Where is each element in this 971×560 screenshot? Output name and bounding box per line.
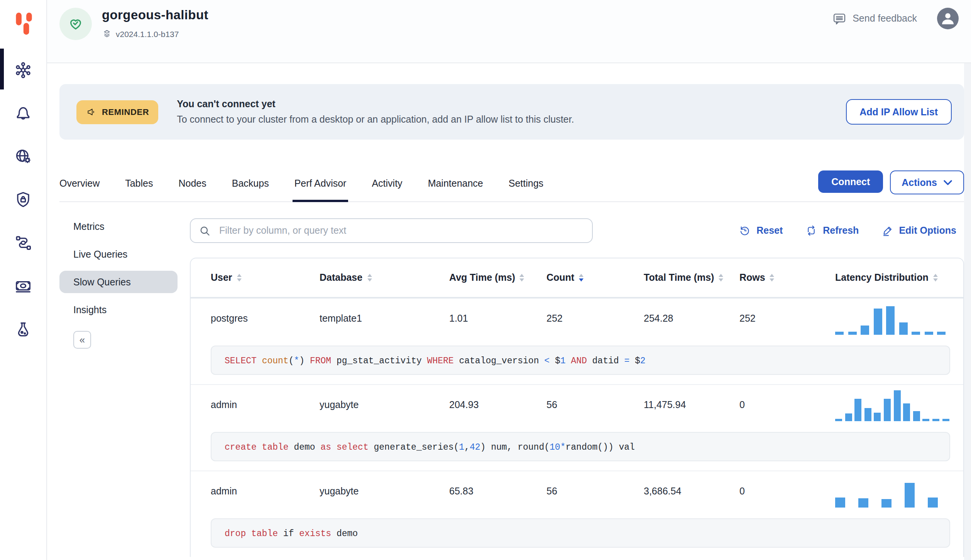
bell-icon — [13, 103, 33, 123]
subnav-item-insights[interactable]: Insights — [59, 299, 178, 321]
column-header-rows[interactable]: Rows — [739, 272, 835, 283]
cell-total-time: 3,686.54 — [644, 486, 739, 497]
feedback-bubble-icon — [832, 12, 846, 25]
sort-icon — [719, 274, 723, 282]
reset-history-icon — [739, 224, 751, 237]
column-header-user[interactable]: User — [211, 272, 320, 283]
connect-button[interactable]: Connect — [818, 170, 883, 193]
column-header-avg-time[interactable]: Avg Time (ms) — [449, 272, 546, 283]
tab-maintenance[interactable]: Maintenance — [428, 178, 483, 201]
subnav-item-slow-queries[interactable]: Slow Queries — [59, 271, 178, 293]
table-row[interactable]: postgres template1 1.01 252 254.28 252 — [191, 299, 963, 339]
person-icon — [937, 8, 959, 29]
cell-user: postgres — [211, 313, 320, 324]
sidebar-item-alerts[interactable] — [12, 102, 35, 125]
flask-icon — [13, 319, 33, 339]
flow-icon — [13, 233, 33, 253]
latency-histogram — [835, 302, 952, 335]
column-header-count[interactable]: Count — [546, 272, 644, 283]
app-window: gorgeous-halibut v2024.1.1.0-b137 — [0, 0, 971, 560]
actions-button[interactable]: Actions — [890, 170, 964, 194]
filter-input[interactable] — [218, 224, 592, 237]
sidebar-item-clusters[interactable] — [12, 59, 35, 82]
sidebar-item-labs[interactable] — [12, 318, 35, 341]
cell-rows: 0 — [739, 486, 835, 497]
banknote-icon — [13, 276, 33, 296]
tab-nodes[interactable]: Nodes — [178, 178, 206, 201]
sidebar-item-billing[interactable] — [12, 275, 35, 298]
tab-settings[interactable]: Settings — [509, 178, 543, 201]
cell-database: yugabyte — [320, 400, 449, 410]
cell-rows: 0 — [739, 400, 835, 410]
stack-icon — [102, 29, 112, 39]
megaphone-icon — [86, 106, 97, 118]
cell-database: yugabyte — [320, 486, 449, 497]
query-filter — [190, 218, 593, 243]
reset-button[interactable]: Reset — [739, 224, 783, 237]
edit-options-button[interactable]: Edit Options — [881, 224, 956, 237]
sql-query: SELECT count(*) FROM pg_stat_activity WH… — [211, 346, 950, 375]
search-icon — [199, 225, 211, 236]
refresh-icon — [805, 224, 817, 237]
latency-histogram — [835, 389, 952, 421]
shield-lock-icon — [13, 190, 33, 210]
perf-advisor-subnav: Metrics Live Queries Slow Queries Insigh… — [59, 215, 178, 557]
health-status-icon — [59, 8, 92, 40]
reminder-badge: REMINDER — [76, 100, 158, 124]
cell-database: template1 — [320, 313, 449, 324]
cell-count: 252 — [546, 313, 644, 324]
table-header-row: User Database Avg Time (ms) Count Total … — [191, 258, 963, 299]
refresh-button[interactable]: Refresh — [805, 224, 859, 237]
sidebar-item-security[interactable] — [12, 188, 35, 211]
sql-query: drop table if exists demo — [211, 518, 950, 548]
tab-backups[interactable]: Backups — [232, 178, 269, 201]
sort-icon — [933, 274, 938, 282]
column-header-total-time[interactable]: Total Time (ms) — [644, 272, 739, 283]
table-row[interactable]: admin yugabyte 204.93 56 11,475.94 0 — [191, 385, 963, 425]
cell-avg-time: 204.93 — [449, 400, 546, 410]
cell-avg-time: 1.01 — [449, 313, 546, 324]
cluster-hub-icon — [13, 60, 33, 80]
banner-message: To connect to your cluster from a deskto… — [177, 114, 574, 125]
sort-icon-active — [579, 274, 584, 282]
tab-activity[interactable]: Activity — [372, 178, 402, 201]
chevron-down-icon — [943, 179, 952, 186]
column-header-latency-distribution[interactable]: Latency Distribution — [835, 272, 963, 283]
add-ip-allow-list-button[interactable]: Add IP Allow List — [846, 99, 952, 125]
latency-histogram — [835, 475, 952, 508]
tab-perf-advisor[interactable]: Perf Advisor — [294, 178, 347, 201]
sort-icon — [770, 274, 775, 282]
sort-icon — [367, 274, 372, 282]
sort-icon — [237, 274, 242, 282]
cell-count: 56 — [546, 400, 644, 410]
sql-query: create table demo as select generate_ser… — [211, 432, 950, 461]
yugabyte-logo[interactable] — [11, 9, 37, 39]
query-text-row[interactable]: create table demo as select generate_ser… — [191, 425, 963, 471]
tab-overview[interactable]: Overview — [59, 178, 100, 201]
cluster-tabs: Overview Tables Nodes Backups Perf Advis… — [59, 167, 964, 202]
banner-title: You can't connect yet — [177, 99, 574, 110]
pencil-icon — [881, 224, 893, 237]
table-row[interactable]: admin yugabyte 65.83 56 3,686.54 0 — [191, 471, 963, 511]
cluster-version: v2024.1.1.0-b137 — [116, 29, 179, 38]
globe-gear-icon — [13, 147, 33, 167]
sidebar-item-integrations[interactable] — [12, 231, 35, 255]
cell-user: admin — [211, 400, 320, 410]
query-text-row[interactable]: SELECT count(*) FROM pg_stat_activity WH… — [191, 339, 963, 385]
user-avatar[interactable] — [937, 8, 959, 29]
icon-sidebar — [0, 0, 47, 560]
sidebar-item-network[interactable] — [12, 145, 35, 168]
cell-rows: 252 — [739, 313, 835, 324]
subnav-item-metrics[interactable]: Metrics — [59, 215, 178, 238]
query-text-row[interactable]: drop table if exists demo — [191, 511, 963, 557]
send-feedback-button[interactable]: Send feedback — [832, 12, 917, 25]
subnav-item-live-queries[interactable]: Live Queries — [59, 243, 178, 265]
cell-avg-time: 65.83 — [449, 486, 546, 497]
tab-tables[interactable]: Tables — [125, 178, 153, 201]
cluster-header: gorgeous-halibut v2024.1.1.0-b137 — [47, 0, 971, 63]
cluster-name: gorgeous-halibut — [102, 8, 208, 22]
column-header-database[interactable]: Database — [320, 272, 449, 283]
sidebar-collapse-button[interactable]: « — [73, 331, 91, 349]
sort-icon — [520, 274, 524, 282]
cell-total-time: 254.28 — [644, 313, 739, 324]
